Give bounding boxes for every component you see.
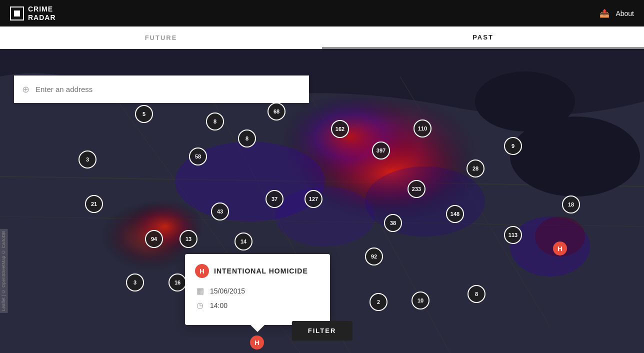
cluster-c25[interactable]: 3: [126, 274, 144, 292]
search-bar: ⊕: [14, 76, 309, 103]
header: CRIME RADAR 📤 About: [0, 0, 644, 26]
popup-time: 14:00: [210, 302, 228, 310]
cluster-c28[interactable]: 10: [412, 292, 430, 310]
search-location-icon: ⊕: [22, 84, 30, 95]
cluster-c6[interactable]: 110: [414, 120, 432, 138]
header-right: 📤 About: [600, 8, 634, 18]
cluster-c11[interactable]: 28: [466, 160, 484, 178]
popup-date-row: ▦ 15/06/2015: [195, 286, 318, 296]
crime-popup: H INTENTIONAL HOMICIDE ▦ 15/06/2015 ◷ 14…: [185, 254, 330, 325]
svg-point-8: [475, 72, 575, 132]
logo-line2: RADAR: [28, 14, 56, 22]
cluster-c27[interactable]: 2: [370, 293, 388, 311]
cluster-c1[interactable]: 5: [135, 105, 153, 123]
cluster-c19[interactable]: 38: [384, 214, 402, 232]
homicide-marker-h1[interactable]: H: [553, 242, 567, 256]
cluster-c18[interactable]: 18: [562, 196, 580, 214]
calendar-icon: ▦: [195, 286, 205, 296]
map[interactable]: ⊕ 58688162110397935828233213712743148183…: [0, 26, 644, 353]
logo-icon: [10, 6, 24, 20]
cluster-c26[interactable]: 16: [168, 274, 186, 292]
popup-crime-type: INTENTIONAL HOMICIDE: [214, 267, 308, 275]
logo-icon-inner: [14, 10, 20, 16]
cluster-c29[interactable]: 8: [468, 285, 486, 303]
cluster-c5[interactable]: 162: [331, 120, 349, 138]
tab-future[interactable]: FUTURE: [0, 26, 322, 48]
homicide-marker-h2[interactable]: H: [250, 336, 264, 350]
filter-button[interactable]: FILTER: [292, 321, 352, 340]
popup-date: 15/06/2015: [210, 287, 245, 295]
clock-icon: ◷: [195, 300, 205, 310]
cluster-c16[interactable]: 43: [211, 202, 229, 220]
cluster-c3[interactable]: 68: [268, 102, 286, 120]
cluster-c24[interactable]: 92: [365, 248, 383, 266]
tab-past[interactable]: PAST: [322, 26, 644, 48]
cluster-c4[interactable]: 8: [238, 130, 256, 148]
cluster-c7[interactable]: 397: [372, 142, 390, 160]
cluster-c15[interactable]: 127: [304, 190, 322, 208]
cluster-c20[interactable]: 113: [504, 226, 522, 244]
cluster-c21[interactable]: 94: [145, 230, 163, 248]
logo-area: CRIME RADAR: [10, 5, 56, 22]
popup-type-badge: H: [195, 264, 209, 278]
logo-line1: CRIME: [28, 5, 53, 13]
cluster-c8[interactable]: 9: [504, 137, 522, 155]
cluster-c2[interactable]: 8: [206, 112, 224, 130]
address-search-input[interactable]: [36, 85, 301, 94]
tabbar: FUTURE PAST: [0, 26, 644, 49]
popup-time-row: ◷ 14:00: [195, 300, 318, 310]
cluster-c9[interactable]: 3: [78, 150, 96, 168]
cluster-c10[interactable]: 58: [189, 148, 207, 166]
cluster-c14[interactable]: 37: [266, 190, 284, 208]
popup-header: H INTENTIONAL HOMICIDE: [195, 264, 318, 278]
logo-text: CRIME RADAR: [28, 5, 56, 22]
about-link[interactable]: About: [616, 10, 634, 18]
cluster-c13[interactable]: 21: [85, 195, 103, 213]
map-attribution: Leaflet | © OpenStreetMap © CartoDB: [0, 229, 8, 313]
cluster-c23[interactable]: 14: [234, 232, 252, 250]
share-icon[interactable]: 📤: [600, 8, 610, 18]
cluster-c22[interactable]: 13: [180, 230, 198, 248]
cluster-c17[interactable]: 148: [446, 205, 464, 223]
cluster-c12[interactable]: 233: [408, 180, 426, 198]
